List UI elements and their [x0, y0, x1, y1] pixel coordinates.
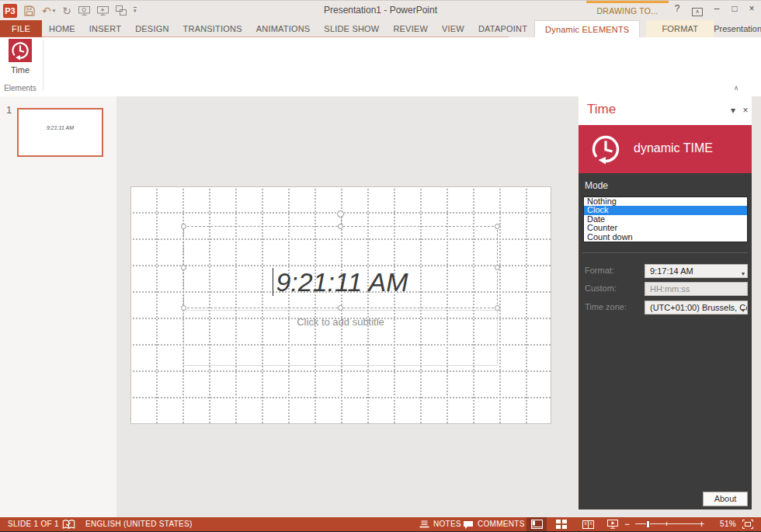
ribbon: Time Elements ∧ [0, 37, 761, 97]
time-button[interactable]: Time [0, 39, 40, 85]
rotation-handle[interactable] [337, 210, 344, 217]
thumbnail-title-text: 9:21:11 AM [19, 125, 102, 130]
format-dropdown[interactable]: 9:17:14 AM ▾ [645, 264, 748, 278]
editing-canvas: 9:21:11 AM Click to add subtitle [116, 96, 579, 517]
notes-button[interactable]: NOTES [433, 517, 461, 531]
zoom-percentage[interactable]: 51% [711, 517, 736, 531]
title-text[interactable]: 9:21:11 AM [184, 267, 497, 297]
powerpoint-window: P3 ↶▾ ↻ ▾ Presentation1 - PowerPoint DRA… [0, 0, 761, 532]
pane-close-button[interactable]: × [740, 105, 751, 116]
slideshow-view-button[interactable] [603, 517, 623, 531]
custom-label: Custom: [585, 283, 617, 293]
zoom-slider-track[interactable] [635, 523, 699, 524]
ribbon-display-icon: ∧ [692, 8, 703, 16]
collapse-ribbon-button[interactable]: ∧ [730, 84, 742, 92]
task-pane-header: Time ▾ × [579, 96, 752, 125]
slide-number: 1 [6, 104, 12, 116]
contextual-tab-accent-bar [586, 1, 669, 3]
subtitle-placeholder[interactable]: Click to add subtitle [183, 310, 498, 366]
slide[interactable]: 9:21:11 AM Click to add subtitle [130, 186, 551, 424]
format-label: Format: [585, 266, 614, 275]
maximize-button[interactable]: □ [727, 3, 742, 14]
ribbon-display-options-button[interactable]: ∧ [690, 5, 705, 16]
task-pane-title: Time [587, 102, 616, 117]
workspace: 1 9:21:11 AM 9:21 [0, 96, 761, 517]
notes-icon [419, 520, 429, 528]
slide-thumbnail[interactable]: 9:21:11 AM [17, 108, 103, 157]
mode-option-counter[interactable]: Counter [584, 224, 747, 232]
comments-button[interactable]: COMMENTS [478, 517, 525, 531]
time-task-pane: Time ▾ × dynamic TIME Mode Nothing Clock… [579, 96, 752, 509]
mode-label: Mode [585, 180, 608, 191]
resize-handle-top[interactable] [338, 224, 343, 229]
zoom-slider-center-tick [666, 522, 667, 526]
timezone-value: (UTC+01:00) Brussels, Cop [650, 303, 748, 312]
banner-text: dynamic TIME [634, 141, 713, 155]
status-bar: SLIDE 1 OF 1 ENGLISH (UNITED STATES) NOT… [0, 517, 761, 531]
comments-icon [463, 520, 474, 530]
right-gutter [752, 96, 761, 517]
timezone-dropdown[interactable]: (UTC+01:00) Brussels, Cop ▾ [645, 301, 748, 315]
contextual-tab-group-label: DRAWING TO... [588, 6, 667, 16]
resize-handle-top-left[interactable] [181, 224, 186, 229]
fit-to-window-icon [742, 520, 753, 529]
dynamic-time-banner: dynamic TIME [579, 125, 752, 173]
fit-slide-to-window-button[interactable] [738, 517, 758, 531]
proofing-icon[interactable] [62, 520, 75, 530]
time-button-label: Time [0, 65, 40, 75]
resize-handle-top-right[interactable] [495, 224, 500, 229]
presentation-menu-label: Presentation... [714, 20, 761, 37]
reading-view-button[interactable] [578, 517, 598, 531]
timezone-label: Time zone: [585, 302, 627, 311]
group-divider [43, 40, 43, 91]
close-button[interactable]: × [744, 3, 759, 14]
slide-indicator[interactable]: SLIDE 1 OF 1 [8, 517, 59, 531]
mode-option-clock[interactable]: Clock [584, 206, 747, 214]
tab-view[interactable]: VIEW [435, 20, 471, 37]
pane-divider [582, 252, 748, 253]
tab-design[interactable]: DESIGN [128, 20, 175, 37]
mode-listbox: Nothing Clock Date Counter Count down [583, 196, 748, 242]
elements-group-label: Elements [0, 84, 40, 92]
text-cursor [273, 268, 273, 296]
pane-menu-button[interactable]: ▾ [728, 105, 738, 116]
tab-insert[interactable]: INSERT [82, 20, 128, 37]
slide-sorter-icon [556, 520, 567, 529]
help-button[interactable]: ? [669, 3, 685, 14]
tab-transitions[interactable]: TRANSITIONS [176, 20, 249, 37]
language-label[interactable]: ENGLISH (UNITED STATES) [85, 517, 193, 531]
tab-slide-show[interactable]: SLIDE SHOW [317, 20, 386, 37]
about-button[interactable]: About [703, 492, 748, 506]
slideshow-view-icon [607, 520, 618, 529]
tab-file[interactable]: FILE [0, 20, 42, 37]
tab-format[interactable]: FORMAT [646, 20, 714, 37]
dynamic-time-logo-icon [588, 131, 624, 167]
title-time-value: 9:21:11 AM [276, 267, 408, 297]
slide-sorter-view-button[interactable] [551, 517, 572, 531]
tab-animations[interactable]: ANIMATIONS [249, 20, 318, 37]
tab-review[interactable]: REVIEW [386, 20, 435, 37]
zoom-slider-thumb[interactable] [646, 520, 650, 528]
tab-datapoint[interactable]: DATAPOINT [471, 20, 534, 37]
time-clock-icon [9, 39, 32, 62]
format-dropdown-chevron-icon: ▾ [742, 268, 745, 278]
normal-view-icon [531, 520, 543, 529]
title-bar: P3 ↶▾ ↻ ▾ Presentation1 - PowerPoint DRA… [0, 1, 761, 20]
ribbon-tab-bar: FILE HOME INSERT DESIGN TRANSITIONS ANIM… [0, 20, 761, 37]
timezone-dropdown-chevron-icon: ▾ [742, 304, 745, 315]
format-value: 9:17:14 AM [650, 266, 693, 276]
zoom-out-button[interactable]: − [624, 517, 630, 531]
zoom-in-button[interactable]: + [699, 517, 704, 531]
subtitle-placeholder-text: Click to add subtitle [184, 316, 497, 328]
normal-view-button[interactable] [526, 517, 547, 531]
slide-thumbnail-panel: 1 9:21:11 AM [0, 96, 117, 517]
custom-format-input[interactable] [645, 282, 748, 296]
tab-home[interactable]: HOME [42, 20, 82, 37]
reading-view-icon [582, 520, 594, 529]
mode-option-count-down[interactable]: Count down [584, 233, 747, 242]
minimize-button[interactable]: – [709, 3, 725, 14]
presentation-menu[interactable]: Presentation... ▾ [714, 20, 761, 37]
tab-dynamic-elements[interactable]: Dynamic ELEMENTS [534, 20, 640, 37]
title-placeholder[interactable]: 9:21:11 AM [183, 226, 498, 308]
